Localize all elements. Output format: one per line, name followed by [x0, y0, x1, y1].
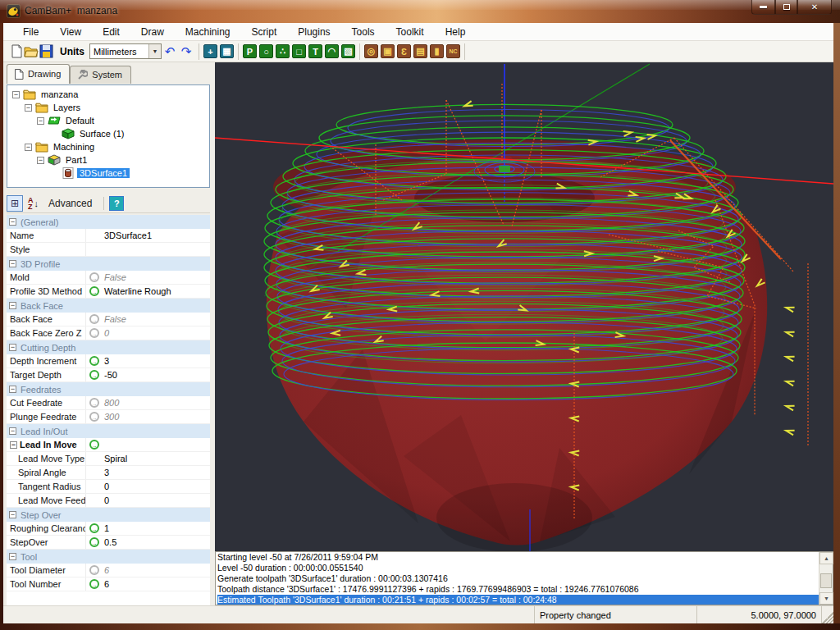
tree-expander[interactable]: −: [25, 104, 32, 112]
save-icon[interactable]: [39, 44, 53, 58]
prop-row-lead-move-feedrate[interactable]: Lead Move Feedrate0: [7, 494, 210, 508]
log-line-4[interactable]: Estimated Toolpath '3DSurface1' duration…: [217, 595, 819, 605]
prop-value[interactable]: 0: [102, 480, 210, 493]
prop-category-step-over[interactable]: −Step Over: [7, 508, 210, 522]
category-expander[interactable]: −: [9, 511, 16, 518]
points-tool-icon[interactable]: ∴: [276, 44, 290, 58]
prop-row-profile-3d-method[interactable]: Profile 3D Method→Waterline Rough: [7, 285, 210, 299]
tree-expander[interactable]: −: [12, 91, 20, 98]
help-button[interactable]: ?: [109, 196, 124, 211]
category-expander[interactable]: −: [9, 427, 16, 435]
show-axes-icon[interactable]: +: [203, 44, 217, 58]
prop-value[interactable]: -50: [102, 368, 210, 381]
prop-value[interactable]: 0: [102, 494, 210, 507]
prop-row-tool-diameter[interactable]: Tool Diameter→6: [7, 564, 210, 578]
prop-value[interactable]: False: [102, 271, 210, 284]
prop-category--general-[interactable]: −(General): [7, 215, 210, 229]
tree-expander[interactable]: −: [37, 117, 44, 125]
menu-script[interactable]: Script: [244, 25, 285, 39]
log-line-2[interactable]: Generate toolpath '3DSurface1' duration …: [217, 573, 819, 584]
prop-row-tool-number[interactable]: Tool Number→6: [7, 578, 210, 591]
polyhedron-tool-icon[interactable]: ▧: [341, 44, 355, 58]
circle-tool-icon[interactable]: ○: [259, 44, 273, 58]
prop-value[interactable]: 1: [102, 522, 210, 535]
menu-tools[interactable]: Tools: [344, 25, 383, 39]
prop-row-lead-move-type[interactable]: Lead Move TypeSpiral: [7, 452, 210, 466]
scroll-down-icon[interactable]: ▼: [819, 592, 833, 605]
prop-value[interactable]: 800: [102, 396, 210, 409]
tree-item-manzana[interactable]: −manzana: [7, 88, 209, 101]
prop-value[interactable]: Waterline Rough: [102, 285, 210, 298]
log-scrollbar[interactable]: ▲ ▼: [819, 552, 833, 605]
prop-category-3d-profile[interactable]: −3D Profile: [7, 257, 210, 271]
prop-row-style[interactable]: Style: [7, 243, 210, 257]
menu-draw[interactable]: Draw: [133, 25, 172, 39]
category-expander[interactable]: −: [9, 218, 16, 226]
prop-expander[interactable]: −: [10, 441, 17, 449]
profile-mop-icon[interactable]: ◎: [364, 44, 378, 58]
menu-machining[interactable]: Machining: [177, 25, 239, 39]
prop-row-plunge-feedrate[interactable]: Plunge Feedrate→300: [7, 410, 210, 424]
new-file-icon[interactable]: [10, 44, 24, 58]
prop-row-roughing-clearance[interactable]: Roughing Clearance→1: [7, 522, 210, 536]
prop-category-tool[interactable]: −Tool: [7, 550, 210, 564]
engrave-mop-icon[interactable]: Ɛ: [397, 44, 411, 58]
prop-row-depth-increment[interactable]: Depth Increment→3: [7, 354, 210, 368]
prop-category-cutting-depth[interactable]: −Cutting Depth: [7, 340, 210, 354]
3d-viewport[interactable]: [215, 62, 833, 551]
prop-category-lead-in-out[interactable]: −Lead In/Out: [7, 424, 210, 438]
prop-value[interactable]: [102, 438, 210, 451]
category-expander[interactable]: −: [9, 302, 16, 309]
menu-file[interactable]: File: [15, 25, 47, 39]
tree-item-layers[interactable]: −Layers: [7, 101, 209, 114]
prop-value[interactable]: 6: [102, 578, 210, 591]
menu-help[interactable]: Help: [437, 25, 474, 39]
log-line-1[interactable]: Level -50 duration : 00:00:00.0551540: [217, 563, 819, 573]
prop-value[interactable]: Spiral: [102, 452, 210, 465]
prop-row-cut-feedrate[interactable]: Cut Feedrate→800: [7, 396, 210, 410]
prop-value[interactable]: 3: [102, 466, 210, 479]
tree-expander[interactable]: −: [37, 157, 44, 164]
prop-row-mold[interactable]: Mold→False: [7, 271, 210, 285]
prop-value[interactable]: 300: [102, 410, 210, 423]
advanced-button[interactable]: Advanced: [48, 198, 92, 209]
surface-tool-icon[interactable]: ◠: [325, 44, 339, 58]
tree-item-part1[interactable]: −Part1: [7, 153, 209, 167]
prop-row-lead-in-move[interactable]: −Lead In Move→: [7, 438, 210, 452]
tab-drawing[interactable]: Drawing: [7, 64, 70, 84]
tree-item-3dsurface1[interactable]: 3DSurface1: [7, 167, 209, 180]
prop-row-name[interactable]: Name3DSurface1: [7, 229, 210, 243]
menu-plugins[interactable]: Plugins: [290, 25, 338, 39]
log-line-0[interactable]: Starting level -50 at 7/26/2011 9:59:04 …: [217, 552, 819, 563]
rectangle-tool-icon[interactable]: □: [292, 44, 306, 58]
prop-row-stepover[interactable]: StepOver→0.5: [7, 536, 210, 550]
category-expander[interactable]: −: [9, 553, 16, 560]
prop-category-back-face[interactable]: −Back Face: [7, 299, 210, 313]
resize-grip[interactable]: [822, 606, 833, 623]
scroll-up-icon[interactable]: ▲: [819, 552, 833, 564]
undo-button[interactable]: ↶: [162, 44, 178, 59]
prop-value[interactable]: 0: [102, 326, 210, 340]
prop-row-back-face[interactable]: Back Face→False: [7, 313, 210, 326]
drill-mop-icon[interactable]: ▮: [430, 44, 444, 58]
category-expander[interactable]: −: [9, 386, 16, 393]
tree-item-default[interactable]: −Default: [7, 114, 209, 127]
tree-expander[interactable]: −: [25, 144, 32, 151]
open-file-icon[interactable]: [24, 44, 39, 58]
maximize-button[interactable]: [775, 0, 797, 15]
prop-row-target-depth[interactable]: Target Depth→-50: [7, 368, 210, 382]
units-dropdown[interactable]: Millimeters ▼: [89, 43, 162, 59]
redo-button[interactable]: ↷: [178, 44, 194, 59]
category-expander[interactable]: −: [9, 344, 16, 351]
prop-value[interactable]: [102, 243, 210, 256]
prop-value[interactable]: 3DSurface1: [102, 229, 210, 242]
text-tool-icon[interactable]: T: [308, 44, 322, 58]
menu-view[interactable]: View: [52, 25, 89, 39]
log-line-3[interactable]: Toolpath distance '3DSurface1' : 17476.9…: [217, 584, 819, 595]
prop-row-spiral-angle[interactable]: Spiral Angle3: [7, 466, 210, 480]
tree-item-surface-1-[interactable]: Surface (1): [7, 127, 209, 140]
polyline-tool-icon[interactable]: P: [243, 44, 257, 58]
pocket-mop-icon[interactable]: ▣: [381, 44, 395, 58]
prop-category-feedrates[interactable]: −Feedrates: [7, 382, 210, 396]
minimize-button[interactable]: [751, 0, 775, 15]
